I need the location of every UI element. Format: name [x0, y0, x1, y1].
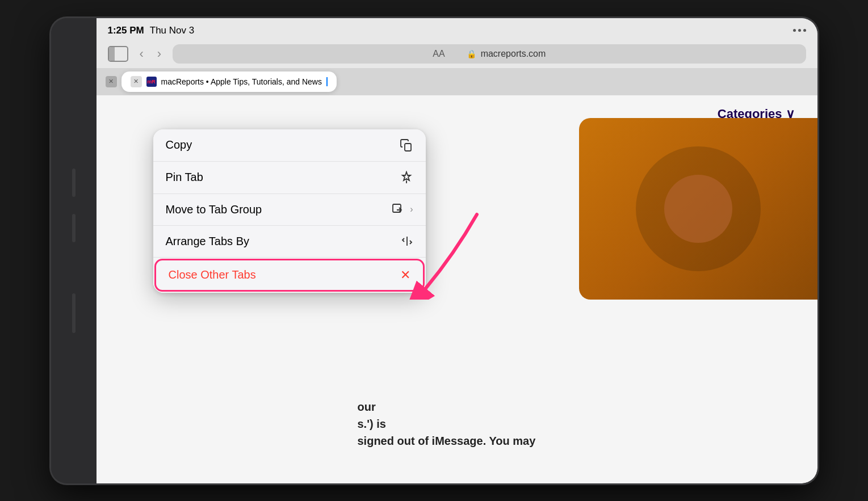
browser-toolbar: ‹ › AA 🔒 macreports.com	[97, 41, 817, 68]
menu-item-move-tab-group[interactable]: Move to Tab Group ›	[153, 194, 426, 226]
status-dot-1	[793, 29, 796, 32]
article-text-line1: our	[358, 398, 536, 415]
menu-item-move-tab-group-label: Move to Tab Group	[166, 203, 262, 216]
url-display[interactable]: macreports.com	[481, 49, 546, 59]
menu-item-close-other-tabs[interactable]: Close Other Tabs ✕	[154, 259, 425, 292]
move-tab-group-icon: ›	[392, 203, 413, 216]
volume-up-button[interactable]	[72, 169, 76, 197]
menu-item-arrange-tabs-label: Arrange Tabs By	[166, 235, 250, 248]
arrange-tabs-icon	[401, 235, 413, 247]
ipad-screen: 1:25 PM Thu Nov 3 ‹ › AA	[97, 18, 817, 483]
article-image	[579, 118, 817, 300]
status-dot-2	[798, 29, 801, 32]
image-circle-inner	[664, 175, 732, 243]
tab-bar: ✕ ✕ mR macReports • Apple Tips, Tutorial…	[97, 68, 817, 95]
article-body-text: our s.') is signed out of iMessage. You …	[358, 398, 536, 449]
menu-item-pin-tab[interactable]: Pin Tab	[153, 162, 426, 194]
volume-down-button[interactable]	[72, 214, 76, 242]
context-menu: Copy Pin Tab	[153, 129, 426, 293]
article-text-line2: s.') is	[358, 415, 536, 432]
close-left-tab-button[interactable]: ✕	[106, 76, 117, 87]
status-dot-3	[803, 29, 806, 32]
article-text-line3: signed out of iMessage. You may	[358, 432, 536, 449]
menu-item-copy-label: Copy	[166, 138, 192, 151]
copy-icon	[400, 138, 413, 152]
chevron-right-icon: ›	[410, 204, 413, 214]
device-left-edge	[51, 18, 97, 483]
power-button[interactable]	[72, 293, 76, 333]
menu-item-close-other-tabs-label: Close Other Tabs	[169, 268, 256, 281]
back-button[interactable]: ‹	[137, 48, 146, 60]
device-frame: 1:25 PM Thu Nov 3 ‹ › AA	[51, 18, 817, 483]
tab-title: macReports • Apple Tips, Tutorials, and …	[161, 77, 322, 86]
sidebar-toggle-button[interactable]	[108, 46, 128, 62]
tab-cursor	[326, 77, 328, 86]
active-tab[interactable]: ✕ mR macReports • Apple Tips, Tutorials,…	[121, 71, 337, 92]
svg-rect-0	[405, 144, 411, 151]
menu-item-copy[interactable]: Copy	[153, 129, 426, 162]
tab-favicon: mR	[146, 77, 157, 87]
sidebar-icon-right	[115, 47, 127, 61]
image-circle-outer	[636, 146, 761, 271]
pin-icon	[400, 171, 413, 184]
status-time: 1:25 PM	[108, 25, 144, 36]
status-bar: 1:25 PM Thu Nov 3	[97, 18, 817, 41]
browser-content: Categories ∨ our s.') is sig	[97, 95, 817, 483]
forward-button[interactable]: ›	[155, 48, 163, 60]
close-active-tab-button[interactable]: ✕	[131, 76, 142, 87]
menu-item-arrange-tabs[interactable]: Arrange Tabs By	[153, 226, 426, 258]
status-dots	[793, 29, 806, 32]
status-date: Thu Nov 3	[150, 25, 194, 36]
menu-item-pin-tab-label: Pin Tab	[166, 171, 203, 184]
close-tabs-x-icon: ✕	[400, 268, 410, 283]
sidebar-icon-left	[109, 47, 115, 61]
aa-button[interactable]: AA	[433, 49, 445, 59]
address-bar[interactable]: AA 🔒 macreports.com	[173, 44, 806, 64]
lock-icon: 🔒	[467, 49, 476, 58]
